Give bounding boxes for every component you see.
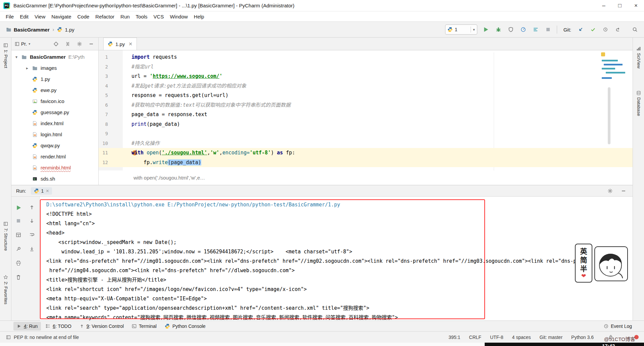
editor-scrollbar[interactable] xyxy=(608,87,610,144)
close-icon[interactable]: ✕ xyxy=(46,189,49,193)
run-console[interactable]: D:\software2\Python3\install\python.exe … xyxy=(40,197,633,320)
toolwindow-button-version-control[interactable]: 9: Version Control xyxy=(76,322,127,331)
collapse-all-button[interactable] xyxy=(64,40,71,48)
code-line-7: 7page_data = response.text xyxy=(99,110,633,119)
editor-body[interactable]: 1import requests2#指定url3url = 'https://w… xyxy=(99,50,633,185)
hide-panel-button[interactable] xyxy=(88,40,95,48)
chevron-down-icon[interactable]: ▾ xyxy=(15,55,21,59)
python-icon xyxy=(32,143,38,148)
minimize-button[interactable]: – xyxy=(596,0,612,11)
soft-wrap-button[interactable] xyxy=(29,232,35,238)
run-configuration-select[interactable]: 1 ▾ xyxy=(445,24,477,35)
toolwindow-structure-stripe-button[interactable]: 7: Structure xyxy=(0,219,11,253)
up-stacktrace-button[interactable] xyxy=(29,205,35,211)
status-utf-8[interactable]: UTF-8 xyxy=(490,335,503,340)
menu-run[interactable]: Run xyxy=(117,12,133,21)
toolwindow-project-stripe-button[interactable]: 1: Project xyxy=(0,40,11,71)
menu-navigate[interactable]: Navigate xyxy=(48,12,74,21)
run-tab-1[interactable]: 1 ✕ xyxy=(31,187,52,195)
line-number[interactable]: 11 xyxy=(99,148,117,158)
tree-item-index-html[interactable]: Hindex.html xyxy=(11,118,98,129)
line-number[interactable]: 7 xyxy=(99,110,117,119)
tree-item-images[interactable]: ▸images xyxy=(11,62,98,73)
stop-button[interactable] xyxy=(16,218,22,224)
tree-item-1-py[interactable]: 1.py xyxy=(11,73,98,85)
toolwindow-favorites-stripe-button[interactable]: 2: Favorites xyxy=(0,272,11,307)
line-number[interactable]: 5 xyxy=(99,91,117,100)
tree-item-render-html[interactable]: Hrender.html xyxy=(11,151,98,162)
tree-item-qwqw-py[interactable]: qwqw.py xyxy=(11,140,98,151)
project-view-mode-select[interactable]: Pr. ▾ xyxy=(15,41,30,47)
status-git-master[interactable]: Git: master xyxy=(540,335,562,340)
event-log-button[interactable]: Event Log xyxy=(604,324,632,329)
rerun-button[interactable] xyxy=(16,205,22,211)
maximize-button[interactable]: □ xyxy=(612,0,628,11)
menu-file[interactable]: File xyxy=(3,12,17,21)
tree-item-renminbi-html[interactable]: Hrenminbi.html xyxy=(11,162,98,173)
toolwindow-button-todo[interactable]: 6: TODO xyxy=(42,322,75,331)
breadcrumb-project[interactable]: BasicGrammer xyxy=(14,27,50,33)
stop-button[interactable] xyxy=(544,26,552,33)
caret-position[interactable]: 395:1 xyxy=(448,335,460,340)
search-everywhere-button[interactable] xyxy=(631,26,639,33)
menu-vcs[interactable]: VCS xyxy=(151,12,167,21)
status-python-3-6[interactable]: Python 3.6 xyxy=(571,335,594,340)
toolwindow-sciview-stripe-button[interactable]: SciView xyxy=(633,44,644,71)
run-button[interactable] xyxy=(482,26,490,33)
menu-code[interactable]: Code xyxy=(74,12,92,21)
menu-refactor[interactable]: Refactor xyxy=(92,12,117,21)
toolwindow-button-run[interactable]: 4: Run xyxy=(13,322,41,331)
down-stacktrace-button[interactable] xyxy=(29,218,35,224)
profiler-button[interactable] xyxy=(520,26,527,33)
run-panel-settings-button[interactable] xyxy=(606,187,614,195)
close-icon[interactable]: ✕ xyxy=(128,41,132,47)
hide-run-panel-button[interactable] xyxy=(620,187,627,195)
panel-settings-button[interactable] xyxy=(76,40,83,48)
tree-item-login-html[interactable]: Hlogin.html xyxy=(11,129,98,140)
close-button[interactable]: × xyxy=(628,0,644,11)
tree-item-sds-sh[interactable]: $_sds.sh xyxy=(11,173,98,184)
line-number[interactable]: 10 xyxy=(99,139,117,148)
git-rollback-button[interactable] xyxy=(614,26,622,33)
menu-window[interactable]: Window xyxy=(167,12,191,21)
error-stripe xyxy=(599,50,633,171)
editor-tab-1py[interactable]: 1.py ✕ xyxy=(103,38,137,50)
line-number[interactable]: 4 xyxy=(99,81,117,91)
restore-layout-button[interactable] xyxy=(16,232,22,238)
toolwindow-database-stripe-button[interactable]: Database xyxy=(633,88,644,119)
git-history-button[interactable] xyxy=(602,26,609,33)
chevron-right-icon[interactable]: ▸ xyxy=(26,66,32,70)
menu-help[interactable]: Help xyxy=(191,12,207,21)
scroll-to-end-button[interactable] xyxy=(29,246,35,252)
tree-item-root[interactable]: ▾ BasicGrammer E:\Pyth xyxy=(11,51,98,62)
line-number[interactable]: 2 xyxy=(99,62,117,72)
tree-item-guessage-py[interactable]: guessage.py xyxy=(11,107,98,118)
concurrency-button[interactable] xyxy=(532,26,539,33)
chevron-down-icon: ▾ xyxy=(471,27,475,33)
line-number[interactable]: 9 xyxy=(99,129,117,139)
line-number[interactable]: 6 xyxy=(99,100,117,110)
clear-console-button[interactable] xyxy=(16,275,22,281)
toolwindow-button-python-console[interactable]: Python Console xyxy=(161,322,209,331)
line-number[interactable]: 1 xyxy=(99,52,117,62)
coverage-button[interactable] xyxy=(507,26,515,33)
pin-tab-button[interactable] xyxy=(16,246,22,252)
toolwindow-button-terminal[interactable]: Terminal xyxy=(128,322,160,331)
line-number[interactable]: 8 xyxy=(99,119,117,129)
menu-tools[interactable]: Tools xyxy=(133,12,151,21)
git-commit-button[interactable] xyxy=(589,26,597,33)
git-update-button[interactable] xyxy=(577,26,584,33)
breadcrumb-file[interactable]: 1.py xyxy=(65,27,74,33)
print-button[interactable] xyxy=(16,260,22,266)
debug-button[interactable] xyxy=(495,26,502,33)
editor-code[interactable]: 1import requests2#指定url3url = 'https://w… xyxy=(99,52,633,168)
tree-item-favicon-ico[interactable]: favicon.ico xyxy=(11,96,98,107)
menu-edit[interactable]: Edit xyxy=(17,12,32,21)
menu-view[interactable]: View xyxy=(32,12,48,21)
line-number[interactable]: 12 xyxy=(99,158,117,167)
locate-file-button[interactable] xyxy=(52,40,60,48)
tree-item-ewe-py[interactable]: ewe.py xyxy=(11,85,98,96)
status-4-spaces[interactable]: 4 spaces xyxy=(512,335,531,340)
status-crlf[interactable]: CRLF xyxy=(469,335,481,340)
line-number[interactable]: 3 xyxy=(99,71,117,81)
